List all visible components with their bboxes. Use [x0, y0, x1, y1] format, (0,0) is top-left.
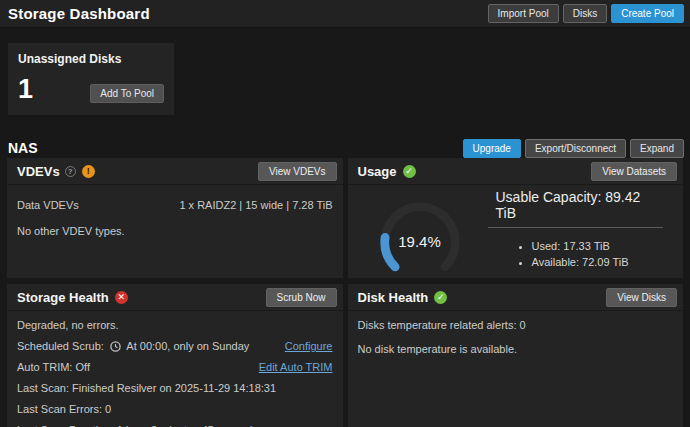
scheduled-scrub-label: Scheduled Scrub: — [17, 340, 104, 352]
pool-name: NAS — [8, 140, 38, 156]
last-scan: Last Scan: Finished Resilver on 2025-11-… — [17, 382, 333, 394]
disk-health-card-body: Disks temperature related alerts: 0 No d… — [348, 311, 684, 427]
error-icon: ✕ — [115, 291, 128, 304]
import-pool-button[interactable]: Import Pool — [488, 4, 559, 23]
help-icon[interactable]: ? — [65, 166, 76, 177]
vdevs-card: VDEVs ? ! View VDEVs Data VDEVs 1 x RAID… — [7, 158, 343, 278]
storage-health-card-header: Storage Health ✕ Scrub Now — [7, 284, 343, 311]
top-bar: Storage Dashboard Import Pool Disks Crea… — [0, 0, 690, 28]
disks-button[interactable]: Disks — [563, 4, 607, 23]
usable-capacity: Usable Capacity: 89.42 TiB — [488, 189, 664, 228]
usage-card-body: 19.4% Usable Capacity: 89.42 TiB Used: 1… — [348, 185, 684, 278]
usage-card: Usage ✓ View Datasets 19.4% Usable Capac… — [348, 158, 684, 278]
disk-health-card: Disk Health ✓ View Disks Disks temperatu… — [348, 284, 684, 427]
warning-icon: ! — [82, 165, 95, 178]
view-vdevs-button[interactable]: View VDEVs — [258, 162, 337, 181]
usage-details: Usable Capacity: 89.42 TiB Used: 17.33 T… — [464, 189, 674, 278]
used-value: Used: 17.33 TiB — [532, 240, 629, 252]
create-pool-button[interactable]: Create Pool — [611, 4, 684, 23]
expand-button[interactable]: Expand — [630, 139, 684, 158]
success-icon: ✓ — [434, 291, 447, 304]
no-disk-temp: No disk temperature is available. — [358, 343, 674, 355]
usage-percent: 19.4% — [376, 198, 464, 279]
disk-health-title: Disk Health — [358, 290, 429, 305]
disk-health-card-header: Disk Health ✓ View Disks — [348, 284, 684, 311]
edit-auto-trim-link[interactable]: Edit Auto TRIM — [259, 361, 333, 373]
export-disconnect-button[interactable]: Export/Disconnect — [525, 139, 626, 158]
scheduled-scrub-text: Scheduled Scrub: At 00:00, only on Sunda… — [17, 340, 249, 352]
usage-card-header: Usage ✓ View Datasets — [348, 158, 684, 185]
vdevs-note: No other VDEV types. — [17, 225, 333, 237]
scrub-now-button[interactable]: Scrub Now — [266, 288, 337, 307]
upgrade-button[interactable]: Upgrade — [463, 139, 521, 158]
data-vdevs-label: Data VDEVs — [17, 199, 79, 211]
view-disks-button[interactable]: View Disks — [606, 288, 677, 307]
vdevs-card-header: VDEVs ? ! View VDEVs — [7, 158, 343, 185]
usage-gauge: 19.4% — [376, 198, 464, 279]
storage-dashboard-page: Storage Dashboard Import Pool Disks Crea… — [0, 0, 690, 427]
usage-bullets: Used: 17.33 TiB Available: 72.09 TiB — [516, 236, 629, 268]
unassigned-disks-card: Unassigned Disks 1 Add To Pool — [8, 43, 174, 115]
success-icon: ✓ — [403, 165, 416, 178]
clock-icon — [110, 341, 121, 352]
pool-status: Degraded, no errors. — [17, 319, 333, 331]
pool-cards-grid: VDEVs ? ! View VDEVs Data VDEVs 1 x RAID… — [7, 158, 683, 427]
storage-health-card: Storage Health ✕ Scrub Now Degraded, no … — [7, 284, 343, 427]
scheduled-scrub-value: At 00:00, only on Sunday — [126, 340, 249, 352]
auto-trim-status: Auto TRIM: Off — [17, 361, 90, 373]
disk-temp-alerts: Disks temperature related alerts: 0 — [358, 319, 674, 331]
pool-section-header: NAS Upgrade Export/Disconnect Expand — [8, 138, 684, 158]
vdevs-card-body: Data VDEVs 1 x RAIDZ2 | 15 wide | 7.28 T… — [7, 185, 343, 278]
unassigned-disks-title: Unassigned Disks — [18, 52, 164, 66]
data-vdevs-value: 1 x RAIDZ2 | 15 wide | 7.28 TiB — [179, 199, 332, 211]
page-title: Storage Dashboard — [8, 5, 150, 22]
configure-scrub-link[interactable]: Configure — [285, 340, 333, 352]
storage-health-title: Storage Health — [17, 290, 109, 305]
last-scan-errors: Last Scan Errors: 0 — [17, 403, 333, 415]
storage-health-card-body: Degraded, no errors. Scheduled Scrub: At… — [7, 311, 343, 427]
unassigned-disks-count: 1 — [18, 76, 33, 103]
available-value: Available: 72.09 TiB — [532, 256, 629, 268]
view-datasets-button[interactable]: View Datasets — [591, 162, 677, 181]
vdevs-title: VDEVs — [17, 164, 60, 179]
usage-title: Usage — [358, 164, 397, 179]
add-to-pool-button[interactable]: Add To Pool — [90, 84, 164, 103]
